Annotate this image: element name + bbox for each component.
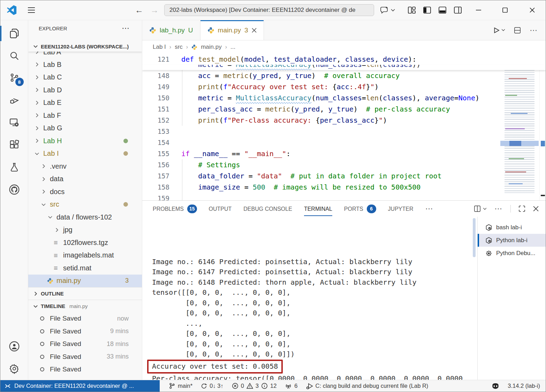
tree-item-src[interactable]: src bbox=[28, 198, 142, 211]
svg-text:s: s bbox=[489, 240, 490, 242]
remote-indicator[interactable]: Dev Container: EEEN11202 devcontainer @ … bbox=[0, 380, 160, 392]
python-version[interactable]: 3.14.2 (lab-i) bbox=[508, 383, 540, 389]
menu-icon[interactable] bbox=[28, 7, 35, 13]
terminal-line: ..., bbox=[152, 318, 477, 329]
toggle-secondary-sidebar-icon[interactable] bbox=[454, 6, 462, 14]
session-bash-lab-i[interactable]: s bash lab-i bbox=[478, 221, 546, 234]
timeline-section[interactable]: TIMELINE main.py bbox=[28, 300, 142, 312]
overview-ruler[interactable] bbox=[539, 54, 546, 200]
timeline-item[interactable]: File Saved 18 mins bbox=[28, 338, 142, 351]
session-label: Python Debu... bbox=[496, 250, 535, 257]
tab-lab-h-py[interactable]: lab_h.py U bbox=[142, 20, 200, 40]
timeline-item[interactable]: File Saved bbox=[28, 363, 142, 376]
panel-tab-debug-console[interactable]: DEBUG CONSOLE bbox=[243, 201, 292, 217]
chevron-right-icon bbox=[40, 176, 47, 182]
tree-item-imagelabels-mat[interactable]: ≡imagelabels.mat bbox=[28, 249, 142, 262]
forward-icon[interactable]: → bbox=[150, 5, 159, 15]
panel-more-tabs-icon[interactable]: ⋯ bbox=[425, 204, 434, 213]
timeline-item[interactable]: File Saved 9 mins bbox=[28, 325, 142, 338]
tree-item-data[interactable]: data bbox=[28, 173, 142, 186]
tree-item-setid-mat[interactable]: ≡setid.mat bbox=[28, 262, 142, 275]
editor-more-actions-icon[interactable]: ⋯ bbox=[530, 26, 538, 35]
terminal-scrollbar[interactable] bbox=[473, 218, 476, 257]
code-editor[interactable]: 121def test_model(model, test_dataloader… bbox=[142, 54, 546, 200]
session-python-debu[interactable]: Python Debu... bbox=[478, 247, 546, 260]
debug-task-item[interactable]: C: clang build and debug current file (L… bbox=[306, 383, 429, 390]
run-debug-icon[interactable] bbox=[0, 89, 28, 112]
tree-item-data-flowers-102[interactable]: data / flowers-102 bbox=[28, 211, 142, 224]
settings-gear-icon[interactable] bbox=[0, 358, 28, 380]
line-number: 153 bbox=[142, 128, 169, 135]
terminal-output[interactable]: Image no.: 6146 Predicted: poinsettia, A… bbox=[142, 217, 477, 380]
tree-item-lab-h[interactable]: Lab H bbox=[28, 134, 142, 147]
extensions-icon[interactable] bbox=[0, 134, 28, 156]
split-editor-icon[interactable] bbox=[514, 26, 521, 34]
tree-item-lab-f[interactable]: Lab F bbox=[28, 109, 142, 122]
workspace-root[interactable]: EEEN11202-LABS (WORKSPACE...) bbox=[28, 41, 142, 52]
explorer-more-icon[interactable]: ⋯ bbox=[122, 24, 130, 33]
tree-item-lab-d[interactable]: Lab D bbox=[28, 84, 142, 97]
back-icon[interactable]: ← bbox=[135, 5, 143, 15]
tree-item-lab-b[interactable]: Lab B bbox=[28, 58, 142, 71]
close-window-icon[interactable] bbox=[524, 8, 540, 13]
outline-section[interactable]: OUTLINE bbox=[28, 287, 142, 300]
timeline-item[interactable]: File Saved 33 mins bbox=[28, 351, 142, 363]
minimap[interactable] bbox=[500, 54, 539, 200]
toggle-primary-sidebar-icon[interactable] bbox=[423, 6, 431, 14]
toggle-panel-icon[interactable] bbox=[438, 6, 447, 14]
accounts-icon[interactable] bbox=[0, 335, 28, 358]
session-python-lab-i[interactable]: s Python lab-i bbox=[478, 234, 546, 247]
breadcrumb-src[interactable]: src bbox=[175, 44, 183, 51]
panel-tab-output[interactable]: OUTPUT bbox=[209, 201, 232, 217]
problems-item[interactable]: 0 3 12 bbox=[232, 383, 277, 389]
maximize-panel-icon[interactable] bbox=[518, 205, 525, 212]
tree-item-venv[interactable]: .venv bbox=[28, 160, 142, 173]
panel-views-more-icon[interactable]: ⋯ bbox=[494, 204, 503, 213]
tree-item-lab-e[interactable]: Lab E bbox=[28, 97, 142, 109]
close-panel-icon[interactable] bbox=[533, 206, 539, 212]
tree-item-main-py[interactable]: main.py3 bbox=[28, 275, 142, 287]
search-icon[interactable] bbox=[0, 45, 28, 67]
command-center[interactable]: 202-labs (Workspace) [Dev Container: EEE… bbox=[164, 4, 374, 16]
vscode-logo bbox=[7, 5, 17, 15]
breadcrumb-symbol[interactable]: ... bbox=[230, 44, 235, 51]
panel-tab-terminal[interactable]: TERMINAL bbox=[304, 201, 332, 217]
remote-explorer-icon[interactable] bbox=[0, 112, 28, 134]
run-python-file-icon[interactable] bbox=[493, 27, 505, 34]
ports-item[interactable]: 6 bbox=[285, 383, 297, 389]
customize-layout-icon[interactable] bbox=[408, 6, 416, 14]
panel-tab-problems[interactable]: PROBLEMS 15 bbox=[153, 201, 197, 217]
timeline-item[interactable]: File Saved bbox=[28, 376, 142, 380]
branch-item[interactable]: main* bbox=[169, 383, 192, 389]
breadcrumb-lab-i[interactable]: Lab I bbox=[153, 44, 166, 51]
problems-badge: 3 bbox=[125, 277, 129, 284]
split-terminal-icon[interactable] bbox=[473, 205, 487, 213]
sync-item[interactable]: 0↓ 3↑ bbox=[201, 383, 223, 389]
source-control-icon[interactable]: 8 bbox=[0, 67, 28, 89]
panel-tab-ports[interactable]: PORTS 6 bbox=[344, 201, 376, 217]
tab-main-py[interactable]: main.py 3 bbox=[200, 20, 264, 40]
explorer-icon[interactable] bbox=[0, 22, 28, 45]
tree-item-lab-i[interactable]: Lab I bbox=[28, 147, 142, 160]
maximize-icon[interactable] bbox=[497, 8, 513, 13]
minimize-icon[interactable] bbox=[470, 10, 486, 10]
code-line-156: 156 # Settings bbox=[142, 159, 546, 170]
tree-item-lab-a[interactable]: Lab A bbox=[28, 52, 142, 58]
tree-item-lab-g[interactable]: Lab G bbox=[28, 122, 142, 135]
close-tab-icon[interactable] bbox=[252, 28, 257, 33]
timeline-dot-icon bbox=[39, 341, 45, 347]
copilot-status-icon[interactable] bbox=[492, 383, 499, 390]
panel-tab-jupyter[interactable]: JUPYTER bbox=[388, 201, 414, 217]
remote-label: Dev Container: EEEN11202 devcontainer @ … bbox=[14, 383, 134, 389]
tree-item-lab-c[interactable]: Lab C bbox=[28, 71, 142, 84]
tree-item-docs[interactable]: docs bbox=[28, 185, 142, 198]
timeline-item-time: 18 mins bbox=[107, 340, 129, 348]
tree-item-jpg[interactable]: jpg bbox=[28, 224, 142, 237]
github-icon[interactable] bbox=[0, 178, 28, 201]
copilot-chat-icon[interactable] bbox=[380, 6, 395, 14]
breadcrumb-main-py[interactable]: main.py bbox=[201, 44, 222, 51]
chevron-right-icon bbox=[34, 138, 40, 144]
tree-item-102flowers-tgz[interactable]: ≡102flowers.tgz bbox=[28, 236, 142, 249]
timeline-item[interactable]: File Saved now bbox=[28, 312, 142, 325]
testing-icon[interactable] bbox=[0, 156, 28, 178]
